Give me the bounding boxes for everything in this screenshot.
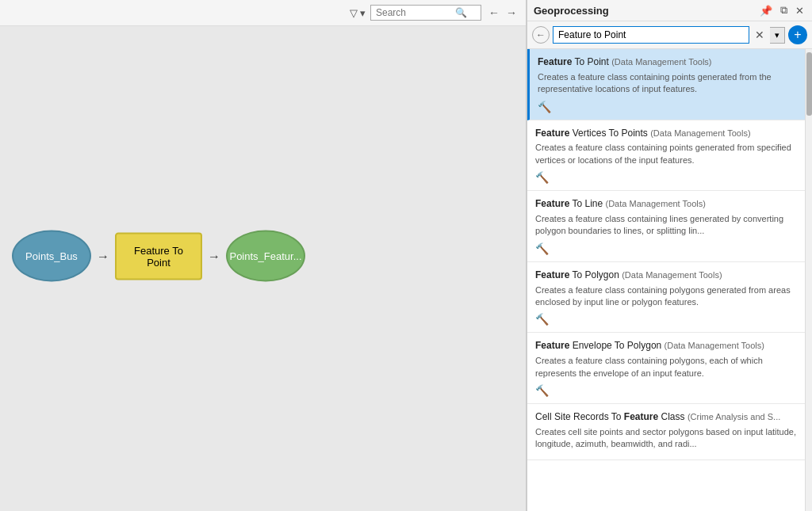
result-rest-4: To Polygon: [569, 269, 622, 280]
tool-icon-2: 🔨: [535, 171, 549, 184]
result-desc-4: Creates a feature class containing polyg…: [535, 284, 797, 309]
result-bold-5: Feature: [535, 340, 569, 351]
search-icon: 🔍: [455, 7, 467, 18]
clear-search-button[interactable]: ✕: [753, 29, 767, 41]
arrow-2: →: [202, 249, 226, 263]
result-desc-3: Creates a feature class containing lines…: [535, 213, 797, 238]
tool-icon-5: 🔨: [535, 384, 549, 397]
result-desc-1: Creates a feature class containing point…: [538, 71, 797, 96]
input-node-label: Points_Bus: [25, 250, 78, 262]
result-desc-6: Creates cell site points and sector poly…: [535, 426, 797, 451]
result-source-6: (Crime Analysis and S...: [688, 412, 780, 421]
search-dropdown-button[interactable]: ▾: [770, 27, 785, 44]
tool-icon-4: 🔨: [535, 313, 549, 326]
result-title-2: Feature Vertices To Points (Data Managem…: [535, 127, 797, 140]
header-controls: 📌 ⧉ ✕: [758, 4, 806, 17]
output-node-shape[interactable]: Points_Featur...: [226, 231, 305, 282]
result-item-2[interactable]: Feature Vertices To Points (Data Managem…: [527, 120, 805, 192]
diagram-search-input[interactable]: [376, 7, 455, 18]
filter-button[interactable]: ▽ ▾: [350, 7, 366, 19]
geoprocessing-panel: Geoprocessing 📌 ⧉ ✕ ← ✕ ▾ + Feature To P…: [527, 0, 812, 511]
output-node[interactable]: Points_Featur...: [226, 231, 305, 282]
result-item-4[interactable]: Feature To Polygon (Data Management Tool…: [527, 262, 805, 334]
tool-node-label: Feature To Point: [121, 244, 196, 268]
toolbar: ▽ ▾ 🔍 ← →: [0, 0, 526, 26]
geoprocessing-search-input[interactable]: [553, 26, 749, 44]
pin-button[interactable]: 📌: [758, 5, 774, 17]
back-icon: ←: [536, 29, 546, 40]
flow-diagram: Points_Bus → Feature To Point → Points_F: [12, 231, 305, 282]
result-source-4: (Data Management Tools): [622, 270, 722, 280]
nav-arrows: ← →: [486, 6, 519, 19]
result-rest-3: To Line: [569, 198, 605, 209]
float-button[interactable]: ⧉: [779, 4, 789, 17]
result-item-3[interactable]: Feature To Line (Data Management Tools) …: [527, 191, 805, 262]
geoprocessing-title: Geoprocessing: [534, 5, 609, 17]
output-node-label: Points_Featur...: [229, 250, 301, 262]
result-source-2: (Data Management Tools): [650, 128, 750, 138]
arrow-1: →: [91, 249, 115, 263]
result-desc-2: Creates a feature class containing point…: [535, 142, 797, 166]
result-text-6b: Class: [658, 411, 688, 422]
result-item-1[interactable]: Feature To Point (Data Management Tools)…: [527, 49, 805, 120]
geoprocessing-header: Geoprocessing 📌 ⧉ ✕: [527, 0, 812, 21]
result-title-5: Feature Envelope To Polygon (Data Manage…: [535, 339, 797, 353]
scrollbar-thumb[interactable]: [806, 52, 812, 116]
result-bold-4: Feature: [535, 269, 569, 280]
diagram-panel: ▽ ▾ 🔍 ← → Points_Bus →: [0, 0, 527, 511]
input-node[interactable]: Points_Bus: [12, 231, 91, 282]
result-title-6: Cell Site Records To Feature Class (Crim…: [535, 410, 797, 424]
result-bold-2: Feature: [535, 128, 569, 139]
result-title-1: Feature To Point (Data Management Tools): [538, 55, 797, 69]
result-source-5: (Data Management Tools): [665, 341, 764, 350]
scrollbar-track[interactable]: [805, 49, 812, 511]
result-desc-5: Creates a feature class containing polyg…: [535, 355, 797, 379]
back-button[interactable]: ←: [532, 26, 550, 44]
result-bold-1: Feature: [538, 56, 572, 67]
diagram-area: Points_Bus → Feature To Point → Points_F: [0, 26, 526, 511]
close-button[interactable]: ✕: [794, 5, 806, 17]
results-list: Feature To Point (Data Management Tools)…: [527, 49, 805, 511]
result-title-3: Feature To Line (Data Management Tools): [535, 197, 797, 211]
result-bold-3: Feature: [535, 198, 569, 209]
tool-node[interactable]: Feature To Point: [115, 232, 202, 280]
geoprocessing-search-bar: ← ✕ ▾ +: [527, 21, 812, 49]
nav-back-button[interactable]: ←: [486, 6, 502, 19]
result-rest-2: Vertices To Points: [569, 128, 650, 139]
arrow-icon-1: →: [97, 249, 109, 263]
tool-node-shape[interactable]: Feature To Point: [115, 232, 202, 280]
diagram-search-box[interactable]: 🔍: [370, 5, 481, 21]
tool-icon-1: 🔨: [538, 101, 551, 113]
result-text-6a: Cell Site Records To: [535, 411, 624, 422]
result-item-6[interactable]: Cell Site Records To Feature Class (Crim…: [527, 404, 805, 461]
result-bold-6: Feature: [624, 411, 658, 422]
result-source-1: (Data Management Tools): [611, 57, 711, 67]
filter-dropdown-icon: ▾: [360, 7, 366, 19]
arrow-icon-2: →: [208, 249, 220, 263]
filter-icon: ▽: [350, 7, 358, 19]
results-container: Feature To Point (Data Management Tools)…: [527, 49, 812, 511]
input-node-shape[interactable]: Points_Bus: [12, 231, 91, 282]
tool-icon-3: 🔨: [535, 242, 549, 255]
result-item-5[interactable]: Feature Envelope To Polygon (Data Manage…: [527, 333, 805, 404]
result-source-3: (Data Management Tools): [606, 199, 706, 208]
result-title-4: Feature To Polygon (Data Management Tool…: [535, 269, 797, 282]
nav-forward-button[interactable]: →: [504, 6, 519, 19]
result-rest-5: Envelope To Polygon: [569, 340, 664, 351]
result-rest-1: To Point: [572, 56, 611, 67]
add-button[interactable]: +: [788, 25, 807, 44]
